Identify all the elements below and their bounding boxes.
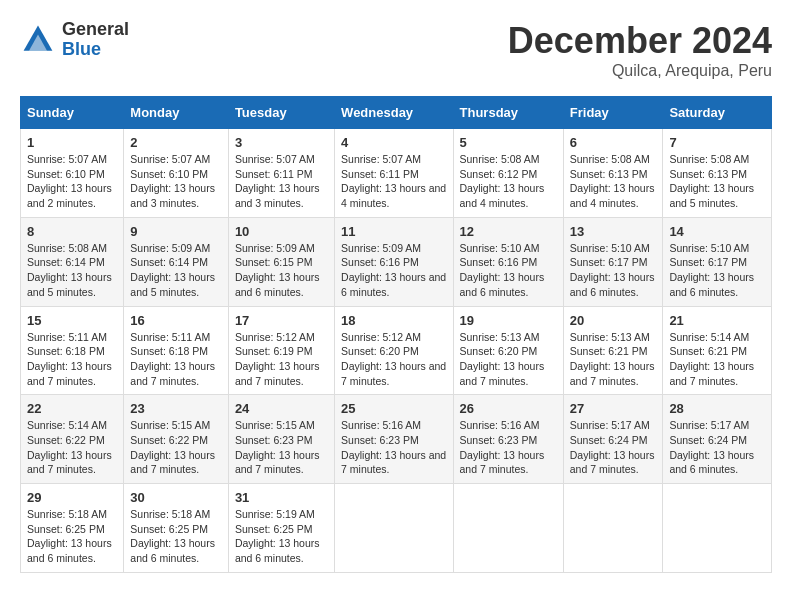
day-number: 2	[130, 135, 222, 150]
day-info: Sunrise: 5:07 AM Sunset: 6:11 PM Dayligh…	[341, 152, 446, 211]
table-row	[663, 484, 772, 573]
table-row: 8 Sunrise: 5:08 AM Sunset: 6:14 PM Dayli…	[21, 217, 124, 306]
calendar-header-row: Sunday Monday Tuesday Wednesday Thursday…	[21, 97, 772, 129]
day-info: Sunrise: 5:17 AM Sunset: 6:24 PM Dayligh…	[570, 418, 657, 477]
header-wednesday: Wednesday	[335, 97, 453, 129]
day-info: Sunrise: 5:09 AM Sunset: 6:16 PM Dayligh…	[341, 241, 446, 300]
table-row: 31 Sunrise: 5:19 AM Sunset: 6:25 PM Dayl…	[228, 484, 334, 573]
table-row: 28 Sunrise: 5:17 AM Sunset: 6:24 PM Dayl…	[663, 395, 772, 484]
day-number: 22	[27, 401, 117, 416]
day-number: 7	[669, 135, 765, 150]
table-row: 2 Sunrise: 5:07 AM Sunset: 6:10 PM Dayli…	[124, 129, 229, 218]
table-row: 30 Sunrise: 5:18 AM Sunset: 6:25 PM Dayl…	[124, 484, 229, 573]
header-saturday: Saturday	[663, 97, 772, 129]
day-info: Sunrise: 5:12 AM Sunset: 6:20 PM Dayligh…	[341, 330, 446, 389]
day-number: 28	[669, 401, 765, 416]
day-info: Sunrise: 5:16 AM Sunset: 6:23 PM Dayligh…	[341, 418, 446, 477]
table-row	[335, 484, 453, 573]
header-monday: Monday	[124, 97, 229, 129]
table-row: 22 Sunrise: 5:14 AM Sunset: 6:22 PM Dayl…	[21, 395, 124, 484]
header-sunday: Sunday	[21, 97, 124, 129]
table-row: 25 Sunrise: 5:16 AM Sunset: 6:23 PM Dayl…	[335, 395, 453, 484]
day-info: Sunrise: 5:15 AM Sunset: 6:22 PM Dayligh…	[130, 418, 222, 477]
day-info: Sunrise: 5:18 AM Sunset: 6:25 PM Dayligh…	[27, 507, 117, 566]
table-row: 1 Sunrise: 5:07 AM Sunset: 6:10 PM Dayli…	[21, 129, 124, 218]
day-number: 11	[341, 224, 446, 239]
day-number: 15	[27, 313, 117, 328]
table-row: 17 Sunrise: 5:12 AM Sunset: 6:19 PM Dayl…	[228, 306, 334, 395]
table-row: 6 Sunrise: 5:08 AM Sunset: 6:13 PM Dayli…	[563, 129, 663, 218]
table-row: 7 Sunrise: 5:08 AM Sunset: 6:13 PM Dayli…	[663, 129, 772, 218]
page-header: General Blue December 2024 Quilca, Arequ…	[20, 20, 772, 80]
day-number: 31	[235, 490, 328, 505]
table-row	[453, 484, 563, 573]
table-row: 11 Sunrise: 5:09 AM Sunset: 6:16 PM Dayl…	[335, 217, 453, 306]
calendar-table: Sunday Monday Tuesday Wednesday Thursday…	[20, 96, 772, 573]
day-info: Sunrise: 5:08 AM Sunset: 6:13 PM Dayligh…	[669, 152, 765, 211]
day-info: Sunrise: 5:07 AM Sunset: 6:10 PM Dayligh…	[27, 152, 117, 211]
logo: General Blue	[20, 20, 129, 60]
day-number: 9	[130, 224, 222, 239]
table-row: 10 Sunrise: 5:09 AM Sunset: 6:15 PM Dayl…	[228, 217, 334, 306]
logo-icon	[20, 22, 56, 58]
day-info: Sunrise: 5:10 AM Sunset: 6:16 PM Dayligh…	[460, 241, 557, 300]
table-row: 13 Sunrise: 5:10 AM Sunset: 6:17 PM Dayl…	[563, 217, 663, 306]
table-row: 26 Sunrise: 5:16 AM Sunset: 6:23 PM Dayl…	[453, 395, 563, 484]
day-info: Sunrise: 5:14 AM Sunset: 6:21 PM Dayligh…	[669, 330, 765, 389]
day-number: 25	[341, 401, 446, 416]
table-row	[563, 484, 663, 573]
day-info: Sunrise: 5:18 AM Sunset: 6:25 PM Dayligh…	[130, 507, 222, 566]
day-info: Sunrise: 5:10 AM Sunset: 6:17 PM Dayligh…	[570, 241, 657, 300]
location: Quilca, Arequipa, Peru	[508, 62, 772, 80]
week-row-3: 15 Sunrise: 5:11 AM Sunset: 6:18 PM Dayl…	[21, 306, 772, 395]
table-row: 21 Sunrise: 5:14 AM Sunset: 6:21 PM Dayl…	[663, 306, 772, 395]
day-info: Sunrise: 5:17 AM Sunset: 6:24 PM Dayligh…	[669, 418, 765, 477]
month-title: December 2024	[508, 20, 772, 62]
table-row: 15 Sunrise: 5:11 AM Sunset: 6:18 PM Dayl…	[21, 306, 124, 395]
table-row: 18 Sunrise: 5:12 AM Sunset: 6:20 PM Dayl…	[335, 306, 453, 395]
table-row: 19 Sunrise: 5:13 AM Sunset: 6:20 PM Dayl…	[453, 306, 563, 395]
day-info: Sunrise: 5:12 AM Sunset: 6:19 PM Dayligh…	[235, 330, 328, 389]
day-number: 17	[235, 313, 328, 328]
header-thursday: Thursday	[453, 97, 563, 129]
day-number: 14	[669, 224, 765, 239]
day-info: Sunrise: 5:09 AM Sunset: 6:15 PM Dayligh…	[235, 241, 328, 300]
table-row: 4 Sunrise: 5:07 AM Sunset: 6:11 PM Dayli…	[335, 129, 453, 218]
day-number: 20	[570, 313, 657, 328]
day-info: Sunrise: 5:09 AM Sunset: 6:14 PM Dayligh…	[130, 241, 222, 300]
day-info: Sunrise: 5:16 AM Sunset: 6:23 PM Dayligh…	[460, 418, 557, 477]
day-info: Sunrise: 5:08 AM Sunset: 6:14 PM Dayligh…	[27, 241, 117, 300]
day-number: 21	[669, 313, 765, 328]
day-info: Sunrise: 5:11 AM Sunset: 6:18 PM Dayligh…	[130, 330, 222, 389]
table-row: 27 Sunrise: 5:17 AM Sunset: 6:24 PM Dayl…	[563, 395, 663, 484]
table-row: 16 Sunrise: 5:11 AM Sunset: 6:18 PM Dayl…	[124, 306, 229, 395]
day-info: Sunrise: 5:19 AM Sunset: 6:25 PM Dayligh…	[235, 507, 328, 566]
day-info: Sunrise: 5:07 AM Sunset: 6:10 PM Dayligh…	[130, 152, 222, 211]
table-row: 5 Sunrise: 5:08 AM Sunset: 6:12 PM Dayli…	[453, 129, 563, 218]
logo-text: General Blue	[62, 20, 129, 60]
week-row-5: 29 Sunrise: 5:18 AM Sunset: 6:25 PM Dayl…	[21, 484, 772, 573]
table-row: 23 Sunrise: 5:15 AM Sunset: 6:22 PM Dayl…	[124, 395, 229, 484]
day-info: Sunrise: 5:15 AM Sunset: 6:23 PM Dayligh…	[235, 418, 328, 477]
logo-blue: Blue	[62, 40, 129, 60]
week-row-4: 22 Sunrise: 5:14 AM Sunset: 6:22 PM Dayl…	[21, 395, 772, 484]
day-number: 16	[130, 313, 222, 328]
day-number: 1	[27, 135, 117, 150]
header-friday: Friday	[563, 97, 663, 129]
day-number: 18	[341, 313, 446, 328]
day-info: Sunrise: 5:11 AM Sunset: 6:18 PM Dayligh…	[27, 330, 117, 389]
day-info: Sunrise: 5:08 AM Sunset: 6:13 PM Dayligh…	[570, 152, 657, 211]
table-row: 12 Sunrise: 5:10 AM Sunset: 6:16 PM Dayl…	[453, 217, 563, 306]
day-number: 8	[27, 224, 117, 239]
week-row-1: 1 Sunrise: 5:07 AM Sunset: 6:10 PM Dayli…	[21, 129, 772, 218]
day-number: 26	[460, 401, 557, 416]
day-number: 3	[235, 135, 328, 150]
logo-general: General	[62, 20, 129, 40]
day-number: 12	[460, 224, 557, 239]
day-number: 5	[460, 135, 557, 150]
day-number: 4	[341, 135, 446, 150]
day-number: 27	[570, 401, 657, 416]
day-info: Sunrise: 5:14 AM Sunset: 6:22 PM Dayligh…	[27, 418, 117, 477]
day-number: 6	[570, 135, 657, 150]
week-row-2: 8 Sunrise: 5:08 AM Sunset: 6:14 PM Dayli…	[21, 217, 772, 306]
